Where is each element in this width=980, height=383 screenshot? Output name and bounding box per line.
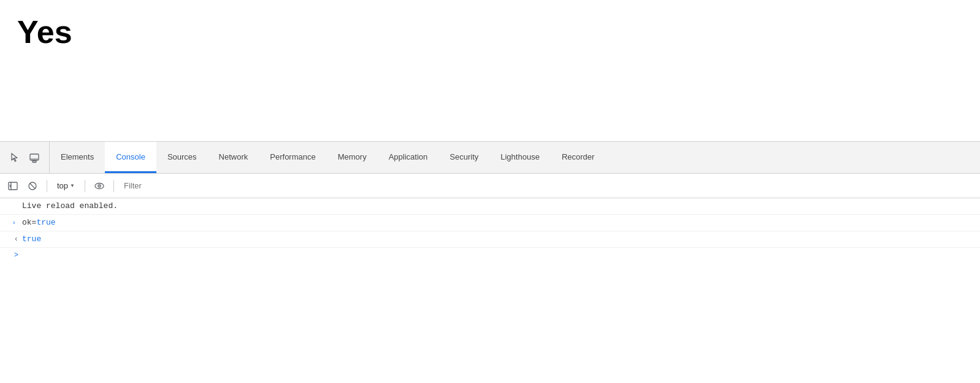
page-title: Yes bbox=[17, 15, 72, 50]
console-sidebar-toggle[interactable] bbox=[5, 178, 21, 194]
tab-bar: Elements Console Sources Network Perform… bbox=[0, 142, 980, 174]
toolbar-separator bbox=[47, 180, 47, 192]
tab-memory[interactable]: Memory bbox=[327, 142, 378, 173]
console-ok-value: true bbox=[36, 217, 55, 228]
clear-console-icon[interactable] bbox=[25, 178, 40, 194]
console-output[interactable]: Live reload enabled. › ok=true ‹ true > bbox=[0, 198, 980, 383]
dropdown-arrow-icon: ▼ bbox=[70, 183, 75, 188]
expand-chevron-icon[interactable]: › bbox=[12, 217, 16, 228]
svg-line-5 bbox=[10, 185, 11, 186]
console-text-live-reload: Live reload enabled. bbox=[22, 201, 118, 212]
return-arrow-icon: ‹ bbox=[14, 234, 18, 245]
console-prompt-line[interactable]: > bbox=[0, 248, 980, 262]
live-expressions-icon[interactable] bbox=[91, 178, 107, 194]
console-ok-label: ok= bbox=[22, 217, 36, 228]
console-gutter-return: ‹ bbox=[5, 234, 22, 245]
svg-point-11 bbox=[99, 185, 100, 187]
tab-console[interactable]: Console bbox=[105, 142, 156, 173]
devtools-panel: Elements Console Sources Network Perform… bbox=[0, 141, 980, 383]
console-gutter-ok: › bbox=[5, 217, 22, 228]
prompt-gutter: > bbox=[5, 251, 22, 260]
devtools-icon-group bbox=[0, 142, 50, 173]
tabs-list: Elements Console Sources Network Perform… bbox=[50, 142, 605, 173]
console-line-true: ‹ true bbox=[0, 231, 980, 248]
filter-input[interactable] bbox=[120, 179, 975, 193]
toolbar-separator-3 bbox=[113, 180, 114, 192]
tab-application[interactable]: Application bbox=[378, 142, 439, 173]
console-return-value: true bbox=[22, 234, 41, 245]
svg-rect-3 bbox=[9, 182, 17, 190]
page-content: Yes bbox=[0, 0, 980, 141]
console-toolbar: top ▼ bbox=[0, 174, 980, 198]
prompt-cursor bbox=[22, 250, 27, 260]
console-line-live-reload: Live reload enabled. bbox=[0, 198, 980, 215]
tab-recorder[interactable]: Recorder bbox=[551, 142, 605, 173]
device-toolbar-icon[interactable] bbox=[26, 149, 43, 166]
tab-sources[interactable]: Sources bbox=[156, 142, 208, 173]
svg-rect-1 bbox=[33, 161, 36, 163]
console-line-ok-true[interactable]: › ok=true bbox=[0, 215, 980, 231]
toolbar-separator-2 bbox=[85, 180, 85, 192]
tab-elements[interactable]: Elements bbox=[50, 142, 105, 173]
svg-line-8 bbox=[30, 184, 35, 188]
tab-lighthouse[interactable]: Lighthouse bbox=[489, 142, 551, 173]
tab-performance[interactable]: Performance bbox=[259, 142, 326, 173]
inspect-icon[interactable] bbox=[6, 149, 23, 166]
tab-network[interactable]: Network bbox=[208, 142, 259, 173]
svg-line-6 bbox=[10, 186, 11, 187]
context-dropdown[interactable]: top ▼ bbox=[53, 180, 78, 192]
tab-security[interactable]: Security bbox=[438, 142, 489, 173]
